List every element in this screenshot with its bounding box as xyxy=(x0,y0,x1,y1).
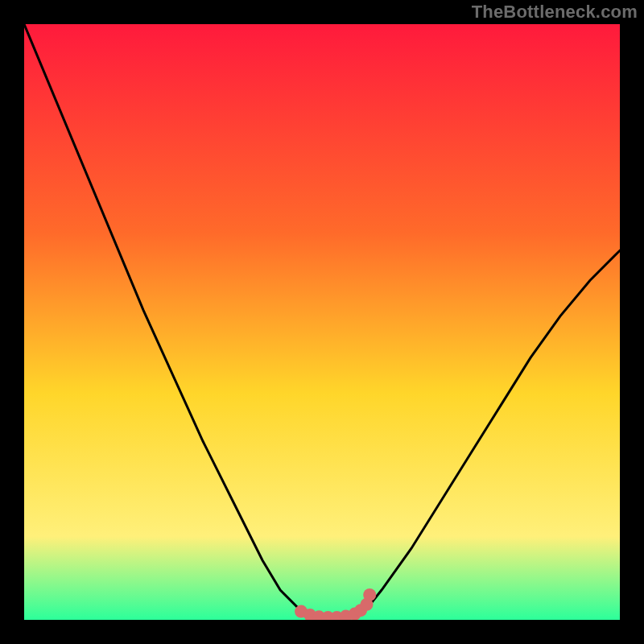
chart-svg xyxy=(24,24,620,620)
curve-marker xyxy=(363,588,376,601)
gradient-background xyxy=(24,24,620,620)
chart-frame: TheBottleneck.com xyxy=(0,0,644,644)
watermark-text: TheBottleneck.com xyxy=(472,2,638,23)
plot-area xyxy=(24,24,620,620)
